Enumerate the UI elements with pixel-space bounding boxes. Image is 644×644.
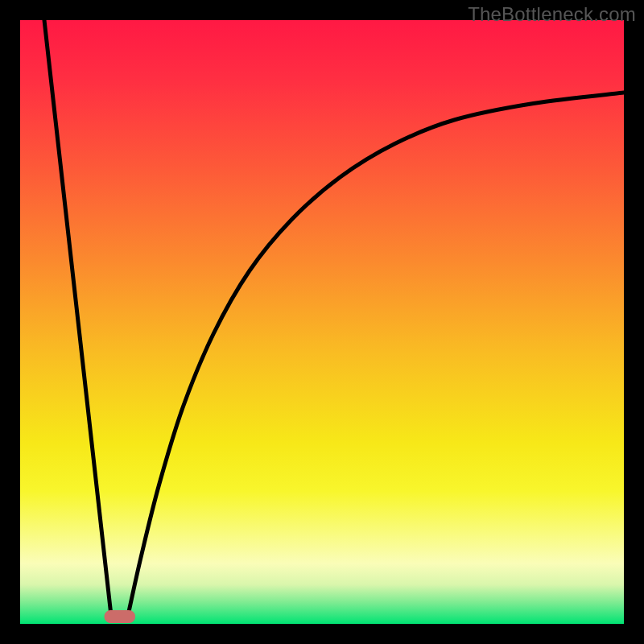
chart-frame: TheBottleneck.com [0,0,644,644]
plot-background [20,20,624,624]
bottleneck-chart [20,20,624,624]
minimum-marker [105,611,135,623]
watermark-text: TheBottleneck.com [468,3,636,26]
